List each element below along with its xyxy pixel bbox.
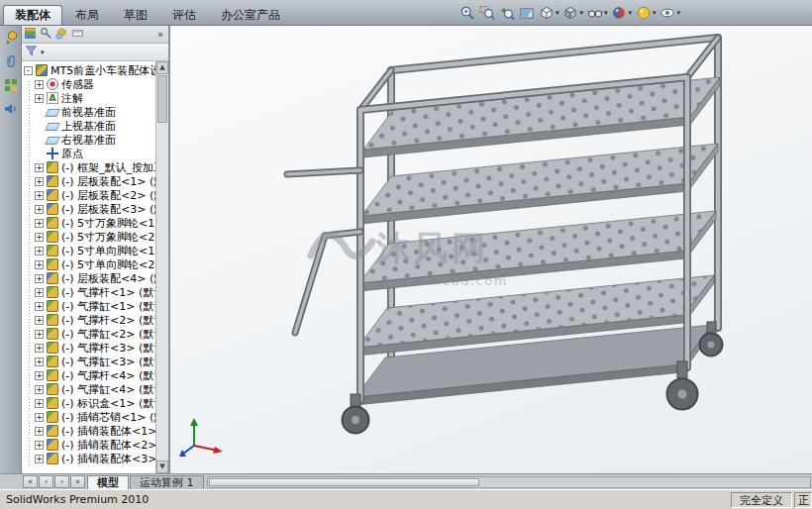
tab-scroll-next-icon[interactable]: › [54,475,69,488]
tree-item[interactable]: +(-) 气撑缸<4> (默认<<默 [22,382,155,396]
dropdown-arrow-icon[interactable]: ▾ [41,49,45,56]
expand-toggle-icon[interactable]: + [35,330,44,339]
dropdown-arrow-icon: ▾ [604,9,608,17]
expand-toggle-icon[interactable]: + [35,385,44,394]
tree-item[interactable]: +(-) 标识盒<1> (默认<<默 [22,396,155,410]
tree-item[interactable]: 右视基准面 [22,133,155,147]
expand-toggle-icon[interactable]: + [35,427,44,436]
tree-item[interactable]: 上视基准面 [22,119,155,133]
graphics-area[interactable]: 沐风网 www.mfcad.com [170,26,812,473]
expand-toggle-icon[interactable]: + [35,177,44,186]
expand-toggle-icon[interactable]: + [35,219,44,228]
zoom-to-area-icon[interactable] [478,4,496,22]
tab-scroll-first-icon[interactable]: « [23,475,38,488]
expand-toggle-icon[interactable]: + [35,233,44,242]
zoom-to-fit-icon[interactable] [458,4,476,22]
expand-toggle-icon[interactable]: - [24,66,33,75]
edit-appearance-icon[interactable]: ▾ [610,4,633,22]
tab-motion-study[interactable]: 运动算例 1 [130,475,204,489]
expand-toggle-icon[interactable]: + [35,163,44,172]
tree-item[interactable]: +(-) 5寸万象脚轮<2> (默 [22,230,155,244]
scrollbar-thumb[interactable] [157,75,167,123]
scroll-up-arrow-icon[interactable]: ▲ [156,61,168,74]
cart-shelf-2[interactable] [361,144,718,224]
tree-item[interactable]: +A注解 [22,91,155,105]
dimxpert-manager-tab-icon[interactable] [71,27,84,43]
tree-item-label: (-) 层板装配<4> (默认< [61,271,155,286]
expand-toggle-icon[interactable]: + [35,288,44,297]
tree-item-label: (-) 层板装配<2> (默认< [61,188,155,203]
apply-scene-icon[interactable]: ▾ [635,4,658,22]
expand-toggle-icon[interactable]: + [35,316,44,325]
expand-toggle-icon[interactable]: + [35,302,44,311]
horizontal-scrollbar[interactable] [207,476,812,488]
tree-item[interactable]: +(-) 层板装配<2> (默认< [22,188,155,202]
tree-item[interactable]: +(-) 层板装配<3> (默认< [22,202,155,216]
tab-sketch[interactable]: 草图 [112,5,159,25]
expand-toggle-icon[interactable]: + [35,413,44,422]
section-view-icon[interactable] [518,4,536,22]
expand-toggle-icon[interactable]: + [35,191,44,200]
tree-item[interactable]: +(-) 5寸单向脚轮<2> (默 [22,257,155,271]
expand-toggle-icon[interactable]: + [35,205,44,214]
tree-item[interactable]: +(-) 层板装配<1> (默认< [22,174,155,188]
tree-item[interactable]: 原点 [22,147,155,160]
expand-toggle-icon[interactable]: + [35,399,44,408]
speaker-icon[interactable] [3,101,19,120]
previous-view-icon[interactable] [498,4,516,22]
display-style-icon[interactable]: ▾ [561,4,584,22]
tree-item[interactable]: +(-) 插销芯销<1> (默认< [22,410,155,424]
tree-item[interactable]: +(-) 插销装配体<2> (默认 [22,438,155,452]
hide-show-items-icon[interactable]: ▾ [586,4,609,22]
component-pattern-icon[interactable] [3,77,19,96]
configuration-manager-tab-icon[interactable] [55,27,68,43]
tab-assembly[interactable]: 装配体 [3,5,62,25]
expand-toggle-icon[interactable]: + [35,371,44,380]
mate-icon[interactable] [3,53,19,72]
expand-toggle-icon[interactable]: + [35,94,44,103]
expand-toggle-icon[interactable]: + [35,247,44,255]
tree-item[interactable]: 前视基准面 [22,105,155,119]
tree-item[interactable]: +(-) 层板装配<4> (默认< [22,271,155,285]
tab-model[interactable]: 模型 [87,475,129,489]
tree-item[interactable]: +(-) 气撑杆<1> (默认<<默 [22,285,155,299]
feature-manager-tab-icon[interactable] [24,27,37,43]
tree-item-label: (-) 气撑杆<1> (默认<<默 [61,285,155,300]
tree-item[interactable]: +(-) 气撑杆<4> (默认<<默 [22,368,155,382]
tree-item[interactable]: +(-) 框架_默认_按加工_(< [22,160,155,174]
insert-component-icon[interactable] [3,30,19,49]
expand-toggle-icon[interactable]: + [35,455,44,463]
horizontal-scrollbar-thumb[interactable] [209,478,480,486]
view-settings-icon[interactable]: ▾ [659,4,681,22]
expand-toggle-icon[interactable]: + [35,357,44,366]
tree-item[interactable]: +传感器 [22,77,155,91]
expand-toggle-icon[interactable]: + [35,344,44,353]
panel-overflow-chevron[interactable]: » [157,29,166,40]
tab-office-products[interactable]: 办公室产品 [209,5,292,25]
tree-item[interactable]: +(-) 5寸单向脚轮<1> (默 [22,244,155,257]
tab-scroll-last-icon[interactable]: » [70,475,85,488]
tree-item[interactable]: +(-) 气撑缸<1> (默认<<默 [22,299,155,313]
expand-toggle-icon[interactable]: + [35,441,44,450]
expand-toggle-icon[interactable]: + [35,274,44,283]
tree-item[interactable]: +(-) 气撑杆<2> (默认<<默 [22,313,155,327]
tree-item[interactable]: +(-) 气撑杆<3> (默认<<默 [22,341,155,355]
expand-toggle-icon[interactable]: + [35,80,44,89]
tree-item[interactable]: +(-) 气撑缸<2> (默认<<默 [22,327,155,341]
tab-layout[interactable]: 布局 [63,5,111,25]
filter-funnel-icon[interactable] [25,45,38,60]
property-manager-tab-icon[interactable] [40,27,52,43]
tab-scroll-prev-icon[interactable]: ‹ [39,475,53,488]
tree-item[interactable]: +(-) 插销装配体<3> (默认 [22,452,155,465]
tree-item[interactable]: +(-) 气撑缸<3> (默认<<默 [22,355,155,368]
view-orientation-icon[interactable]: ▾ [538,4,560,22]
tree-item[interactable]: +(-) 插销装配体<1> (默认 [22,424,155,438]
scroll-down-arrow-icon[interactable]: ▼ [156,460,168,473]
tree-root-item[interactable]: -MT5前盖小车装配体设计模 [22,63,155,77]
expand-toggle-icon[interactable]: + [35,260,44,269]
tab-evaluate[interactable]: 评估 [160,5,208,25]
model-canvas[interactable]: 沐风网 www.mfcad.com [170,26,812,473]
tree-item[interactable]: +(-) 5寸万象脚轮<1> (默 [22,216,155,230]
tree-scrollbar[interactable]: ▲ ▼ [155,61,168,473]
left-tool-strip [0,26,22,473]
